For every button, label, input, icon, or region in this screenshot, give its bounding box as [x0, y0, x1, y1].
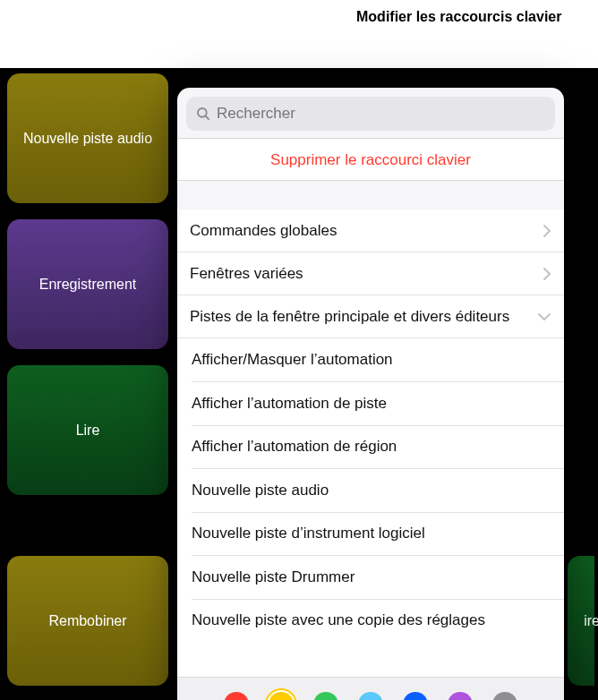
- command-list: Afficher/Masquer l’automation Afficher l…: [177, 338, 564, 677]
- section-spacer: [177, 181, 564, 209]
- tile-play[interactable]: Lire: [7, 365, 168, 495]
- command-item[interactable]: Nouvelle piste audio: [177, 469, 564, 512]
- color-swatch-lightblue[interactable]: [358, 692, 383, 701]
- color-swatch-red[interactable]: [224, 692, 249, 701]
- tile-label: Enregistrement: [39, 277, 137, 293]
- command-item[interactable]: Nouvelle piste avec une copie des réglag…: [177, 599, 564, 642]
- section-list: Commandes globales Fenêtres variées Pist…: [177, 209, 564, 338]
- color-swatch-green[interactable]: [313, 692, 338, 701]
- search-icon: [195, 106, 211, 122]
- command-item[interactable]: Afficher l’automation de région: [177, 425, 564, 468]
- command-item[interactable]: Nouvelle piste Drummer: [177, 556, 564, 599]
- page-title: Modifier les raccourcis clavier: [356, 9, 562, 27]
- command-popover: Supprimer le raccourci clavier Commandes…: [177, 88, 564, 700]
- chevron-right-icon: [542, 267, 551, 281]
- tile-label: ire: [584, 613, 598, 629]
- section-main-window-tracks[interactable]: Pistes de la fenêtre principale et diver…: [177, 295, 564, 338]
- shortcut-grid: Nouvelle piste audio Enregistrement Lire…: [0, 68, 598, 700]
- tile-partial[interactable]: ire: [568, 556, 594, 686]
- color-swatch-gray[interactable]: [492, 692, 517, 701]
- color-swatch-yellow[interactable]: [269, 692, 294, 701]
- tile-label: Nouvelle piste audio: [23, 131, 152, 147]
- section-label: Pistes de la fenêtre principale et diver…: [190, 308, 509, 326]
- delete-label: Supprimer le raccourci clavier: [270, 151, 471, 168]
- tile-rewind[interactable]: Rembobiner: [7, 556, 168, 686]
- tile-label: Rembobiner: [48, 613, 126, 629]
- color-swatch-purple[interactable]: [448, 692, 473, 701]
- section-label: Commandes globales: [190, 222, 337, 240]
- search-field[interactable]: [186, 97, 555, 131]
- svg-line-1: [205, 115, 209, 119]
- command-item[interactable]: Nouvelle piste d’instrument logiciel: [177, 512, 564, 555]
- chevron-right-icon: [542, 224, 551, 238]
- tile-new-audio-track[interactable]: Nouvelle piste audio: [7, 73, 168, 203]
- command-item[interactable]: Afficher l’automation de piste: [177, 382, 564, 425]
- top-bar: Modifier les raccourcis clavier: [0, 0, 598, 68]
- delete-shortcut-button[interactable]: Supprimer le raccourci clavier: [177, 138, 564, 181]
- section-global-commands[interactable]: Commandes globales: [177, 209, 564, 252]
- search-input[interactable]: [217, 105, 546, 123]
- command-item[interactable]: Afficher/Masquer l’automation: [177, 338, 564, 381]
- search-wrap: [177, 88, 564, 138]
- color-swatch-blue[interactable]: [403, 692, 428, 701]
- tile-record[interactable]: Enregistrement: [7, 219, 168, 349]
- section-label: Fenêtres variées: [190, 265, 303, 283]
- chevron-down-icon: [537, 312, 551, 321]
- color-picker-bar: [177, 677, 564, 700]
- tile-label: Lire: [76, 423, 100, 439]
- section-varied-windows[interactable]: Fenêtres variées: [177, 252, 564, 295]
